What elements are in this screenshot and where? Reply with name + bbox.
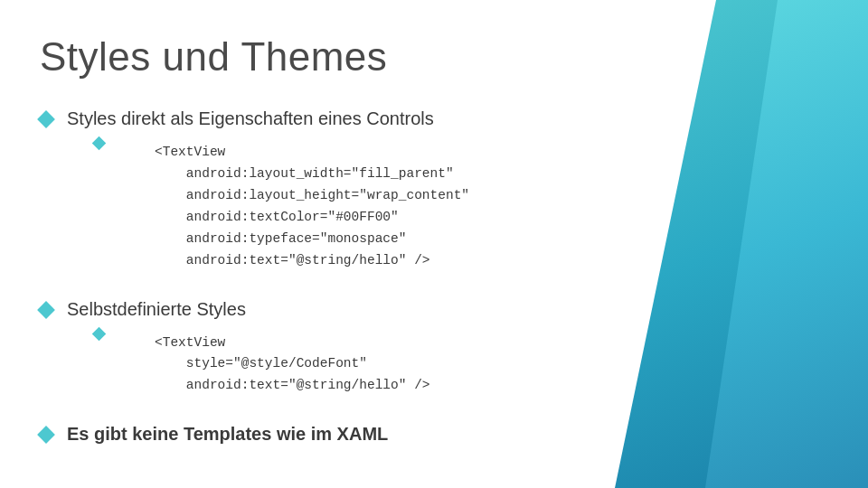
- section-2: Selbstdefinierte Styles <TextView style=…: [40, 299, 823, 405]
- section-2-label: Selbstdefinierte Styles: [67, 299, 246, 320]
- sub-bullet-1: <TextView android:layout_width="fill_par…: [94, 135, 823, 279]
- bullet-icon-3: [37, 426, 55, 444]
- section-1: Styles direkt als Eigenschaften eines Co…: [40, 108, 823, 279]
- sub-bullet-icon-2: [92, 326, 107, 341]
- code-text-2: <TextView style="@style/CodeFont" androi…: [155, 333, 430, 398]
- code-block-2: <TextView style="@style/CodeFont" androi…: [155, 333, 430, 398]
- bullet-icon-1: [37, 110, 55, 128]
- sub-bullet-2: <TextView style="@style/CodeFont" androi…: [94, 325, 823, 405]
- section-3: Es gibt keine Templates wie im XAML: [40, 424, 823, 445]
- page-title: Styles und Themes: [40, 34, 823, 80]
- section-3-label: Es gibt keine Templates wie im XAML: [67, 424, 388, 445]
- bullet-icon-2: [37, 301, 55, 319]
- code-block-1: <TextView android:layout_width="fill_par…: [155, 142, 469, 272]
- page-content: Styles und Themes Styles direkt als Eige…: [0, 0, 868, 488]
- section-1-label: Styles direkt als Eigenschaften eines Co…: [67, 108, 434, 129]
- code-text-1: <TextView android:layout_width="fill_par…: [155, 142, 469, 272]
- sub-bullet-icon-1: [92, 136, 107, 151]
